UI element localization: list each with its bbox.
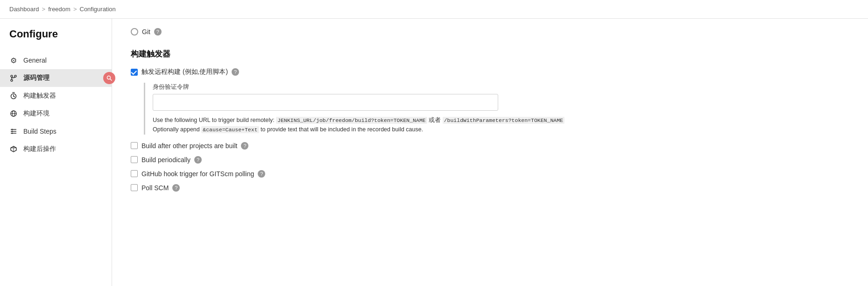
globe-icon — [9, 109, 18, 118]
main-panel: Git ? 构建触发器 触发远程构建 (例如,使用脚本) ? 身份验证令牌 Us… — [112, 19, 868, 286]
breadcrumb: Dashboard > freedom > Configuration — [0, 0, 868, 19]
poll-scm-help-icon[interactable]: ? — [172, 184, 180, 192]
poll-scm-label: Poll SCM — [141, 184, 169, 192]
url-info-line2-suffix: to provide text that will be included in… — [259, 126, 423, 133]
cube-icon — [9, 145, 18, 153]
sidebar-item-post-build[interactable]: 构建后操作 — [0, 140, 112, 158]
list-icon — [9, 127, 18, 136]
gear-icon: ⚙ — [9, 56, 18, 64]
breadcrumb-dashboard[interactable]: Dashboard — [9, 6, 39, 13]
auth-token-input[interactable] — [153, 94, 498, 111]
svg-point-4 — [107, 76, 110, 79]
git-help-icon[interactable]: ? — [154, 28, 162, 36]
sidebar-item-build-triggers[interactable]: 构建触发器 — [0, 87, 112, 105]
trigger-remote-checkbox[interactable] — [131, 69, 138, 76]
svg-point-1 — [11, 79, 13, 81]
url-info: Use the following URL to trigger build r… — [153, 115, 601, 135]
github-hook-checkbox[interactable] — [131, 170, 138, 177]
search-badge — [103, 72, 115, 84]
poll-scm-checkbox[interactable] — [131, 184, 138, 191]
clock-icon — [9, 92, 18, 100]
url-info-code3: &cause=Cause+Text — [201, 126, 259, 133]
sidebar-label-general: General — [23, 57, 47, 64]
git-radio[interactable] — [131, 28, 138, 36]
sidebar-item-build-env[interactable]: 构建环境 — [0, 105, 112, 122]
url-info-prefix: Use the following URL to trigger build r… — [153, 117, 276, 123]
auth-token-label: 身份验证令牌 — [153, 83, 849, 91]
build-periodically-label: Build periodically — [141, 156, 191, 164]
sidebar-item-build-steps[interactable]: Build Steps — [0, 122, 112, 140]
configure-title: Configure — [0, 28, 112, 51]
sidebar: Configure ⚙ General 源码管理 — [0, 19, 112, 286]
build-after-checkbox[interactable] — [131, 142, 138, 149]
auth-token-block: 身份验证令牌 Use the following URL to trigger … — [144, 83, 849, 135]
sidebar-item-source-management[interactable]: 源码管理 — [0, 69, 112, 87]
url-info-code1: JENKINS_URL/job/freedom/build?token=TOKE… — [276, 117, 427, 124]
breadcrumb-sep-2: > — [73, 6, 77, 13]
breadcrumb-freedom[interactable]: freedom — [48, 6, 71, 13]
github-hook-label: GitHub hook trigger for GITScm polling — [141, 170, 254, 178]
build-after-row: Build after other projects are built ? — [131, 142, 849, 150]
github-hook-row: GitHub hook trigger for GITScm polling ? — [131, 170, 849, 178]
git-row: Git ? — [131, 28, 849, 36]
svg-point-17 — [12, 131, 13, 132]
sidebar-label-post-build: 构建后操作 — [23, 145, 56, 153]
breadcrumb-current: Configuration — [80, 6, 116, 13]
github-hook-help-icon[interactable]: ? — [258, 170, 265, 178]
svg-point-0 — [11, 75, 13, 77]
sidebar-label-source: 源码管理 — [23, 74, 49, 82]
trigger-remote-label: 触发远程构建 (例如,使用脚本) — [141, 68, 228, 76]
branch-icon — [9, 74, 18, 82]
trigger-remote-row: 触发远程构建 (例如,使用脚本) ? — [131, 68, 849, 76]
sidebar-label-build-steps: Build Steps — [23, 128, 56, 135]
url-info-code2: /buildWithParameters?token=TOKEN_NAME — [443, 117, 565, 124]
build-periodically-help-icon[interactable]: ? — [194, 156, 202, 164]
sidebar-label-env: 构建环境 — [23, 109, 49, 118]
poll-scm-row: Poll SCM ? — [131, 184, 849, 192]
url-info-line2-prefix: Optionally append — [153, 126, 201, 133]
svg-point-2 — [14, 75, 16, 77]
build-after-label: Build after other projects are built — [141, 142, 237, 150]
sidebar-label-triggers: 构建触发器 — [23, 92, 56, 100]
url-info-or: 或者 — [427, 117, 443, 123]
breadcrumb-sep-1: > — [42, 6, 46, 13]
trigger-remote-help-icon[interactable]: ? — [232, 68, 239, 76]
svg-point-18 — [12, 133, 13, 134]
svg-line-8 — [14, 96, 15, 97]
git-label: Git — [142, 28, 150, 36]
build-periodically-row: Build periodically ? — [131, 156, 849, 164]
build-periodically-checkbox[interactable] — [131, 156, 138, 163]
section-title-triggers: 构建触发器 — [131, 49, 849, 59]
svg-point-16 — [12, 129, 13, 130]
sidebar-item-general[interactable]: ⚙ General — [0, 51, 112, 69]
svg-line-5 — [110, 79, 112, 80]
main-layout: Configure ⚙ General 源码管理 — [0, 19, 868, 286]
build-after-help-icon[interactable]: ? — [241, 142, 248, 150]
